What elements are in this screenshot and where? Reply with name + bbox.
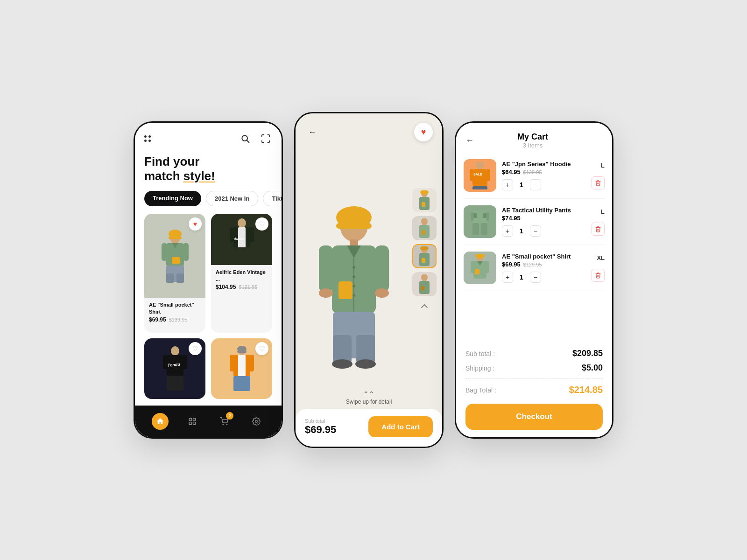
qty-value-1: 1 (518, 227, 525, 235)
cart-item-img-2 (464, 252, 496, 284)
svg-rect-79 (486, 169, 490, 181)
tab-tiktok[interactable]: Tiktok (263, 191, 282, 206)
checkout-button[interactable]: Checkout (465, 404, 603, 430)
thumb-0[interactable] (412, 188, 437, 212)
svg-point-76 (476, 161, 484, 169)
product-name-0: AE "Small pocket" Shirt (149, 301, 201, 315)
svg-rect-8 (172, 257, 180, 264)
svg-rect-31 (249, 355, 254, 371)
scan-icon[interactable] (259, 132, 272, 145)
svg-line-1 (247, 140, 249, 143)
svg-text:SALE: SALE (473, 173, 482, 176)
cart-item-price-2: $69.95 (502, 261, 521, 268)
svg-point-40 (255, 420, 258, 423)
thumbnails-collapse[interactable] (412, 300, 437, 312)
favorite-button[interactable]: ♥ (414, 123, 433, 141)
svg-rect-33 (233, 376, 250, 391)
product-main-image (296, 113, 442, 386)
cart-item-img-1 (464, 205, 496, 238)
svg-point-39 (227, 424, 228, 425)
subtotal-price: $69.95 (305, 424, 361, 436)
wishlist-btn-1[interactable]: ♡ (255, 217, 268, 231)
svg-rect-77 (472, 169, 487, 187)
phone-home: Find your match style! Trending Now 2021… (134, 121, 283, 439)
tab-new-in[interactable]: 2021 New In (206, 191, 258, 206)
cart-item-name-2: AE "Small pocket" Shirt (502, 253, 586, 260)
delete-item-1[interactable] (592, 223, 605, 236)
svg-rect-85 (473, 213, 477, 218)
category-tabs: Trending Now 2021 New In Tiktok (135, 191, 282, 214)
product-price-0: $69.95 (149, 316, 166, 323)
add-to-cart-button[interactable]: Add to Cart (368, 416, 433, 437)
svg-rect-25 (167, 376, 183, 391)
svg-point-60 (332, 359, 352, 369)
delete-item-0[interactable] (592, 176, 605, 189)
cart-back-button[interactable]: ← (465, 136, 474, 146)
qty-plus-0[interactable]: − (530, 179, 541, 190)
phone-cart: ← My Cart 3 Items SALE (455, 121, 613, 439)
product-card-1[interactable]: Alaska ♡ Aelfric Eden Vintage ... $104.9… (211, 214, 272, 333)
svg-rect-32 (238, 355, 246, 377)
svg-rect-87 (472, 223, 479, 235)
svg-rect-81 (472, 186, 487, 189)
tab-trending[interactable]: Trending Now (144, 191, 201, 206)
item-size-0: L (601, 162, 605, 169)
thumb-1[interactable] (412, 216, 437, 240)
cart-subtitle: 3 Items (474, 142, 592, 149)
screen-container: Find your match style! Trending Now 2021… (134, 112, 613, 448)
svg-rect-7 (183, 243, 189, 261)
bag-total-value: $214.85 (569, 385, 603, 395)
hero-line2: match style! (144, 169, 215, 183)
svg-rect-92 (471, 261, 474, 273)
thumb-2[interactable] (412, 244, 437, 268)
svg-rect-68 (422, 230, 425, 235)
svg-rect-43 (336, 223, 372, 229)
search-icon[interactable] (239, 132, 252, 145)
nav-explore[interactable] (184, 413, 201, 430)
phone-detail: ← ♥ (294, 112, 444, 448)
svg-rect-88 (481, 223, 487, 235)
svg-rect-6 (162, 243, 167, 261)
cart-items-list: SALE AE "Jpn Series" Hoodie $64.95 $129.… (456, 153, 612, 341)
qty-plus-2[interactable]: − (530, 272, 541, 283)
qty-plus-1[interactable]: − (530, 225, 541, 237)
cart-item-name-0: AE "Jpn Series" Hoodie (502, 161, 586, 168)
nav-settings[interactable] (248, 413, 265, 430)
svg-rect-94 (475, 269, 479, 274)
product-price-1: $104.95 (216, 284, 236, 290)
thumb-3[interactable] (412, 272, 437, 296)
product-card-2[interactable]: Tondu ♡ (144, 338, 205, 399)
svg-rect-58 (333, 335, 352, 363)
cart-item-name-1: AE Tactical Utility Pants (502, 207, 586, 214)
qty-minus-0[interactable]: + (502, 179, 513, 190)
product-card-0[interactable]: ♥ AE "Small pocket" Shirt $69.95 $139.95 (144, 214, 205, 333)
svg-text:Alaska: Alaska (233, 237, 245, 240)
wishlist-btn-3[interactable]: ♡ (255, 342, 268, 355)
menu-dots-icon[interactable] (144, 135, 151, 142)
svg-rect-4 (169, 237, 182, 239)
item-size-2: XL (597, 254, 605, 261)
svg-rect-78 (470, 169, 473, 181)
wishlist-btn-2[interactable]: ♡ (189, 342, 202, 355)
svg-rect-19 (233, 247, 250, 260)
svg-rect-37 (193, 422, 195, 425)
svg-point-66 (421, 218, 428, 225)
svg-point-90 (475, 254, 485, 259)
nav-home[interactable] (152, 413, 169, 430)
qty-minus-1[interactable]: + (502, 225, 513, 237)
cart-item-img-0: SALE (464, 159, 496, 192)
svg-point-13 (238, 218, 246, 228)
cart-item-old-2: $129.95 (523, 262, 542, 267)
cart-summary: Sub total : $209.85 Shipping : $5.00 Bag… (456, 341, 612, 437)
svg-point-20 (171, 346, 179, 356)
cart-item-0: SALE AE "Jpn Series" Hoodie $64.95 $129.… (464, 153, 605, 199)
back-button[interactable]: ← (305, 125, 320, 140)
product-old-price-1: $121.95 (239, 284, 257, 290)
product-card-3[interactable]: ♡ (211, 338, 272, 399)
svg-rect-30 (230, 355, 234, 371)
delete-item-2[interactable] (592, 269, 605, 282)
nav-cart[interactable]: 2 (216, 413, 233, 430)
qty-minus-2[interactable]: + (502, 272, 513, 283)
thumbnail-panel (412, 188, 437, 312)
wishlist-btn-0[interactable]: ♥ (189, 217, 202, 231)
